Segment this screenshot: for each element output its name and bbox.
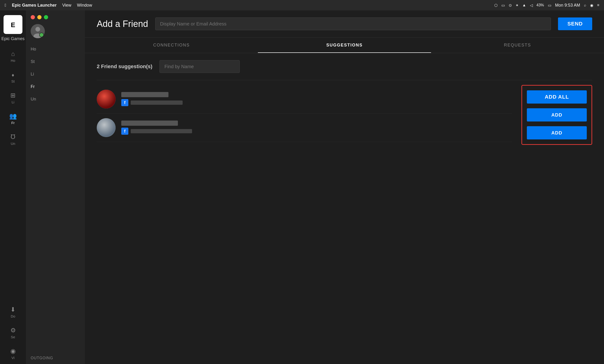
sidebar-item-unreal-label: Un [11,141,15,146]
suggestion-info: f [121,92,512,106]
airplay-icon: ▭ [501,3,505,8]
home-icon: ⌂ [11,50,15,58]
app-name-menu[interactable]: Epic Games Launcher [12,3,57,8]
avatar [97,90,116,109]
bluetooth-icon: ✴ [516,3,519,8]
list-item: f [97,113,512,142]
action-panel: ADD ALL ADD ADD [521,85,592,145]
sidebar-item-home[interactable]: ⌂ Ho [0,46,26,67]
suggestion-name-blurred [121,92,168,97]
svg-point-10 [97,118,116,137]
apple-logo-icon[interactable]:  [5,3,6,8]
tab-suggestions[interactable]: SUGGESTIONS [258,38,431,53]
friends-icon: 👥 [9,113,17,120]
grid-icon: ⊞ [10,92,16,99]
download-icon: ⬇ [10,306,16,313]
sidebar-item-downloads-label: Do [11,314,15,318]
add-all-button[interactable]: ADD ALL [527,90,587,103]
main-content: Add a Friend SEND CONNECTIONS SUGGESTION… [85,10,604,364]
sidebar-item-store[interactable]: ⬧ St [0,67,26,88]
add-button-2[interactable]: ADD [527,126,587,139]
sidebar-item-unreal[interactable]: Ʊ Un [0,129,26,150]
sidebar-nav-home[interactable]: Ho [26,43,85,55]
suggestion-source: f [121,99,512,106]
sidebar-nav-friends[interactable]: Fr [26,80,85,93]
sidebar-item-settings[interactable]: ⚙ Se [0,323,26,343]
suggestion-info: f [121,121,512,135]
sidebar-item-profile-label: Vi [11,356,14,360]
tab-connections[interactable]: CONNECTIONS [85,38,258,53]
dropbox-icon: ⬡ [494,3,498,8]
epic-logo: E [3,15,22,34]
add-button-1[interactable]: ADD [527,108,587,122]
suggestion-sub-blurred [131,129,192,133]
sidebar-item-settings-label: Se [11,335,15,339]
view-menu[interactable]: View [62,3,72,8]
clock: Mon 9:53 AM [555,3,580,8]
sidebar-wide: Ho St Li Fr Un OUTGOING [26,10,85,364]
avatar [31,24,45,38]
battery-label: 43% [537,3,544,7]
profile-icon: ◉ [10,348,16,355]
sidebar-item-home-label: Ho [11,59,15,63]
email-input[interactable] [155,17,551,30]
tabs-row: CONNECTIONS SUGGESTIONS REQUESTS [85,38,604,53]
volume-icon: ◁ [530,3,533,8]
facebook-icon: f [121,99,128,106]
tab-requests[interactable]: REQUESTS [431,38,604,53]
gear-icon: ⚙ [10,327,16,334]
sidebar-nav-unreal[interactable]: Un [26,93,85,105]
app-window: E Epic Games ⌂ Ho ⬧ St ⊞ Li 👥 Fr Ʊ Un ⬇ … [0,10,604,364]
suggestion-count: 2 Friend suggestion(s) [97,63,152,70]
search-icon[interactable]: ⌕ [584,3,586,7]
menu-bar-left:  Epic Games Launcher View Window [5,3,92,8]
unreal-icon: Ʊ [11,133,15,141]
list-item: f [97,85,512,113]
window-menu[interactable]: Window [77,3,92,8]
add-friend-title: Add a Friend [97,19,148,29]
user-section [26,24,85,43]
suggestions-layout: f [97,85,592,145]
timemachine-icon: ⊙ [509,3,512,8]
app-title: Epic Games [1,36,25,41]
outgoing-label: OUTGOING [26,352,85,364]
menu-icon[interactable]: ≡ [597,3,599,7]
sidebar-item-store-label: St [11,79,15,83]
tag-icon: ⬧ [11,71,15,78]
sidebar-item-friends[interactable]: 👥 Fr [0,108,26,129]
wifi-icon: ▲ [522,3,526,7]
battery-icon: ▭ [548,3,551,8]
sidebar-item-friends-label: Fr [11,121,15,125]
sidebar-item-library-label: Li [12,100,14,104]
suggestions-toolbar: 2 Friend suggestion(s) [97,60,592,73]
user-avatar-icon[interactable]: ◉ [590,3,593,8]
sidebar-nav-store[interactable]: St [26,55,85,68]
svg-text:E: E [11,21,15,28]
divider [97,80,592,80]
find-by-name-input[interactable] [160,60,240,73]
suggestion-sub-blurred [131,100,183,105]
sidebar-nav-library[interactable]: Li [26,68,85,80]
suggestion-name-blurred [121,121,178,126]
maximize-button[interactable] [44,15,48,19]
facebook-icon: f [121,128,128,135]
minimize-button[interactable] [37,15,41,19]
menu-bar:  Epic Games Launcher View Window ⬡ ▭ ⊙ … [0,0,604,10]
suggestions-list: f [97,85,512,142]
send-button[interactable]: SEND [558,17,592,30]
traffic-lights [26,15,85,24]
suggestion-source: f [121,128,512,135]
sidebar-item-downloads[interactable]: ⬇ Do [0,302,26,323]
suggestions-content: 2 Friend suggestion(s) [85,53,604,364]
sidebar-narrow: E Epic Games ⌂ Ho ⬧ St ⊞ Li 👥 Fr Ʊ Un ⬇ … [0,10,26,364]
svg-point-8 [97,90,116,109]
sidebar-item-library[interactable]: ⊞ Li [0,88,26,108]
sidebar-item-profile[interactable]: ◉ Vi [0,343,26,364]
add-friend-header: Add a Friend SEND [85,10,604,38]
close-button[interactable] [31,15,35,19]
svg-point-3 [35,27,40,32]
menu-bar-right: ⬡ ▭ ⊙ ✴ ▲ ◁ 43% ▭ Mon 9:53 AM ⌕ ◉ ≡ [494,0,599,10]
avatar [97,118,116,137]
sidebar-bottom: ⬇ Do ⚙ Se ◉ Vi [0,302,26,364]
